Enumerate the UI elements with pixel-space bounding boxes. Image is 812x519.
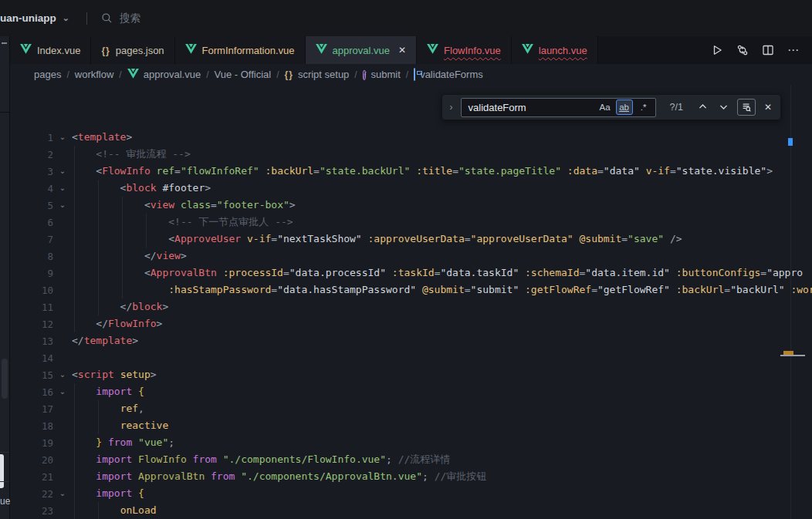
code-line: 2 <!-- 审批流程 --> bbox=[10, 146, 812, 163]
fold-chevron-icon[interactable]: ⌄ bbox=[53, 371, 72, 379]
vue-icon bbox=[316, 44, 327, 56]
field-icon bbox=[414, 69, 415, 80]
fold-chevron-icon[interactable]: ⌄ bbox=[53, 184, 72, 192]
vue-icon bbox=[20, 44, 32, 56]
play-icon[interactable] bbox=[711, 44, 723, 56]
tab-label: FormInformation.vue bbox=[202, 45, 295, 56]
breadcrumb-item-approval-vue[interactable]: approval.vue bbox=[127, 69, 201, 81]
sidebar-divider bbox=[0, 112, 9, 113]
breadcrumb-separator: / bbox=[354, 69, 357, 80]
line-number: 8 bbox=[10, 251, 53, 262]
tab-index-vue[interactable]: Index.vue bbox=[10, 36, 91, 64]
overview-ruler-border bbox=[790, 85, 791, 519]
find-widget: › validateForm Aa ab .* ?/1 bbox=[442, 94, 781, 120]
breadcrumb-separator: / bbox=[276, 69, 279, 80]
match-case-button[interactable]: Aa bbox=[597, 99, 614, 115]
code-text: import ApprovalBtn from "./components/Ap… bbox=[72, 468, 486, 485]
code-text: <!-- 审批流程 --> bbox=[72, 146, 191, 163]
breadcrumb-label: pages bbox=[34, 69, 61, 80]
breadcrumb-separator: / bbox=[66, 69, 69, 80]
code-text: import FlowInfo from "./components/FlowI… bbox=[72, 451, 450, 468]
code-line: 22⌄ import { bbox=[10, 485, 812, 502]
code-line: 10 :hasStampPassword="data.hasStampPassw… bbox=[10, 281, 812, 298]
breadcrumb-item-vue-official[interactable]: Vue - Official bbox=[214, 69, 271, 80]
code-text: </block> bbox=[72, 298, 168, 315]
fold-chevron-icon[interactable]: ⌄ bbox=[53, 133, 72, 141]
tab-label: FlowInfo.vue bbox=[444, 45, 501, 56]
tab-bar: Index.vue{}pages.jsonFormInformation.vue… bbox=[10, 36, 812, 64]
line-number: 23 bbox=[10, 505, 53, 517]
breadcrumb-item-pages[interactable]: pages bbox=[34, 69, 61, 80]
tab-flowinfo-vue[interactable]: FlowInfo.vue bbox=[417, 36, 512, 64]
breadcrumb-item-submit[interactable]: fsubmit bbox=[363, 69, 401, 80]
breadcrumb-item-script-setup[interactable]: {}script setup bbox=[285, 69, 350, 80]
breadcrumb-label: script setup bbox=[298, 69, 349, 80]
code-text: <FlowInfo ref="flowInfoRef" :backUrl="st… bbox=[72, 163, 773, 180]
code-text: <block #footer> bbox=[72, 180, 211, 197]
code-line: 19 } from "vue"; bbox=[10, 434, 812, 451]
code-text: <!-- 下一节点审批人 --> bbox=[72, 214, 293, 231]
close-icon[interactable]: ✕ bbox=[398, 45, 406, 56]
code-editor[interactable]: 1⌄<template>2 <!-- 审批流程 -->3⌄ <FlowInfo … bbox=[10, 85, 812, 519]
close-find-widget-button[interactable]: ✕ bbox=[762, 102, 774, 113]
code-line: 14 bbox=[10, 349, 812, 366]
line-number: 14 bbox=[10, 352, 53, 364]
find-in-selection-button[interactable] bbox=[737, 99, 756, 116]
tab-launch-vue[interactable]: launch.vue bbox=[512, 36, 598, 64]
breadcrumb-item-workflow[interactable]: workflow bbox=[75, 69, 114, 80]
breadcrumb-label: submit bbox=[370, 69, 400, 80]
tab-approval-vue[interactable]: approval.vue✕ bbox=[306, 36, 418, 64]
code-line: 17 ref, bbox=[10, 400, 812, 417]
line-number: 16 bbox=[10, 386, 53, 398]
code-line: 9 <ApprovalBtn :processId="data.processI… bbox=[10, 265, 812, 281]
workspace-switcher[interactable]: uan-uniapp ⌄ bbox=[0, 12, 69, 24]
code-line: 4⌄ <block #footer> bbox=[10, 180, 812, 197]
code-line: 16⌄ import { bbox=[10, 383, 812, 400]
overview-marker-orange bbox=[783, 351, 793, 355]
workspace-name: uan-uniapp bbox=[0, 12, 56, 24]
whole-word-button[interactable]: ab bbox=[616, 99, 633, 115]
line-number: 9 bbox=[10, 268, 53, 279]
overview-marker-line bbox=[780, 355, 805, 356]
code-line: 7 <ApproveUser v-if="nextTaskShow" :appr… bbox=[10, 231, 812, 248]
code-line: 1⌄<template> bbox=[10, 129, 812, 146]
tab-pages-json[interactable]: {}pages.json bbox=[91, 36, 174, 64]
code-text: </template> bbox=[72, 332, 138, 349]
line-number: 3 bbox=[10, 166, 53, 177]
code-line: 21 import ApprovalBtn from "./components… bbox=[10, 468, 812, 485]
breadcrumb-item-validateforms[interactable]: validateForms bbox=[414, 69, 483, 80]
find-input[interactable]: validateForm Aa ab .* bbox=[461, 98, 656, 117]
fold-chevron-icon[interactable]: ⌄ bbox=[53, 201, 72, 209]
breadcrumb-label: workflow bbox=[75, 69, 114, 80]
toggle-replace-chevron-icon[interactable]: › bbox=[448, 102, 455, 113]
code-line: 15⌄<script setup> bbox=[10, 366, 812, 383]
line-number: 5 bbox=[10, 200, 53, 211]
line-number: 22 bbox=[10, 488, 53, 500]
fold-chevron-icon[interactable]: ⌄ bbox=[53, 167, 72, 175]
regex-button[interactable]: .* bbox=[635, 99, 652, 115]
code-lines: 1⌄<template>2 <!-- 审批流程 -->3⌄ <FlowInfo … bbox=[10, 129, 812, 519]
line-number: 21 bbox=[10, 471, 53, 483]
breadcrumb-label: validateForms bbox=[420, 69, 483, 80]
previous-match-button[interactable] bbox=[695, 102, 710, 113]
code-line: 8 </view> bbox=[10, 248, 812, 265]
sidebar-scrollbar[interactable] bbox=[2, 359, 8, 399]
next-match-button[interactable] bbox=[716, 102, 731, 113]
code-text: import { bbox=[72, 383, 144, 400]
title-bar: uan-uniapp ⌄ 搜索 bbox=[0, 0, 812, 36]
line-number: 17 bbox=[10, 403, 53, 415]
tab-label: pages.json bbox=[116, 45, 164, 56]
code-text: </view> bbox=[72, 248, 187, 265]
editor-actions: ⋯ bbox=[699, 36, 812, 64]
more-actions-icon[interactable]: ⋯ bbox=[787, 43, 800, 57]
line-number: 20 bbox=[10, 454, 53, 466]
fold-chevron-icon[interactable]: ⌄ bbox=[53, 388, 72, 396]
breadcrumb-separator: / bbox=[206, 69, 208, 80]
tab-forminformation-vue[interactable]: FormInformation.vue bbox=[175, 36, 306, 64]
git-compare-icon[interactable] bbox=[736, 44, 749, 56]
sidebar-filename-fragment: ue bbox=[0, 496, 10, 507]
global-search[interactable]: 搜索 bbox=[101, 12, 140, 25]
braces-icon: {} bbox=[101, 45, 110, 56]
split-editor-icon[interactable] bbox=[762, 44, 774, 56]
fold-chevron-icon[interactable]: ⌄ bbox=[53, 490, 72, 497]
